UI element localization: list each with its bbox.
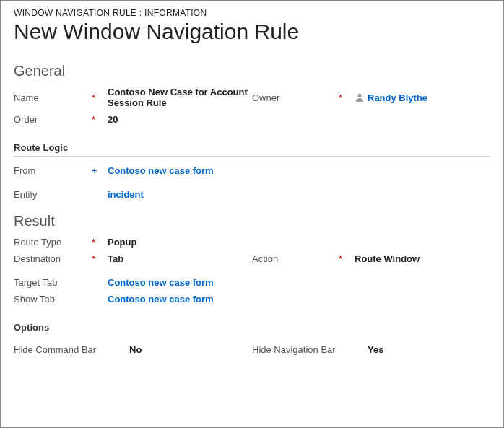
- user-icon: [355, 92, 365, 102]
- label-from: From: [14, 165, 92, 176]
- page-title: New Window Navigation Rule: [14, 19, 490, 44]
- section-general: General Name * Contoso New Case for Acco…: [14, 63, 490, 200]
- field-target-tab: Target Tab Contoso new case form: [14, 277, 252, 288]
- value-route-type[interactable]: Popup: [108, 237, 252, 248]
- label-show-tab: Show Tab: [14, 294, 92, 305]
- field-action: Action * Route Window: [252, 253, 490, 264]
- field-name: Name * Contoso New Case for Account Sess…: [14, 87, 252, 108]
- required-marker: *: [92, 237, 108, 248]
- field-hide-nav: Hide Navigation Bar Yes: [252, 344, 490, 355]
- required-marker: *: [339, 92, 355, 103]
- row-entity: Entity incident: [14, 189, 490, 200]
- value-name[interactable]: Contoso New Case for Account Session Rul…: [108, 87, 252, 108]
- label-target-tab: Target Tab: [14, 277, 92, 288]
- label-entity: Entity: [14, 189, 92, 200]
- row-target-tab: Target Tab Contoso new case form: [14, 277, 490, 288]
- field-order: Order * 20: [14, 114, 252, 125]
- label-action: Action: [252, 253, 339, 264]
- label-order: Order: [14, 114, 92, 125]
- value-hide-cmd[interactable]: No: [129, 344, 252, 355]
- value-target-tab[interactable]: Contoso new case form: [108, 277, 252, 288]
- subsection-route-logic: Route Logic: [14, 138, 490, 157]
- field-from: From + Contoso new case form: [14, 165, 252, 176]
- subsection-options: Options: [14, 318, 490, 336]
- value-show-tab[interactable]: Contoso new case form: [108, 294, 252, 305]
- svg-point-0: [357, 94, 361, 97]
- required-marker: *: [339, 253, 355, 264]
- label-owner: Owner: [252, 92, 339, 103]
- required-marker: *: [92, 114, 108, 125]
- field-entity: Entity incident: [14, 189, 252, 200]
- value-destination[interactable]: Tab: [108, 253, 252, 264]
- row-destination-action: Destination * Tab Action * Route Window: [14, 253, 490, 264]
- field-hide-cmd: Hide Command Bar No: [14, 344, 252, 355]
- value-action[interactable]: Route Window: [355, 253, 490, 264]
- section-title-result: Result: [14, 213, 490, 230]
- field-show-tab: Show Tab Contoso new case form: [14, 294, 252, 305]
- required-marker: *: [92, 92, 108, 103]
- row-order: Order * 20: [14, 114, 490, 125]
- recommended-marker: +: [92, 165, 108, 176]
- label-name: Name: [14, 92, 92, 103]
- label-destination: Destination: [14, 253, 92, 264]
- breadcrumb: WINDOW NAVIGATION RULE : INFORMATION: [14, 8, 490, 18]
- value-owner[interactable]: Randy Blythe: [368, 92, 490, 103]
- field-destination: Destination * Tab: [14, 253, 252, 264]
- section-result: Result Route Type * Popup Destination * …: [14, 213, 490, 355]
- row-show-tab: Show Tab Contoso new case form: [14, 294, 490, 305]
- label-hide-cmd: Hide Command Bar: [14, 344, 113, 355]
- required-marker: *: [92, 253, 108, 264]
- label-hide-nav: Hide Navigation Bar: [252, 344, 352, 355]
- value-entity[interactable]: incident: [108, 189, 252, 200]
- value-hide-nav[interactable]: Yes: [368, 344, 490, 355]
- value-from[interactable]: Contoso new case form: [108, 165, 252, 176]
- section-title-general: General: [14, 63, 490, 79]
- label-route-type: Route Type: [14, 237, 92, 248]
- field-owner: Owner * Randy Blythe: [252, 92, 490, 103]
- row-hide-bars: Hide Command Bar No Hide Navigation Bar …: [14, 344, 490, 355]
- value-order[interactable]: 20: [108, 114, 252, 125]
- row-from: From + Contoso new case form: [14, 165, 490, 176]
- field-route-type: Route Type * Popup: [14, 237, 252, 248]
- row-route-type: Route Type * Popup: [14, 237, 490, 248]
- row-name-owner: Name * Contoso New Case for Account Sess…: [14, 87, 490, 108]
